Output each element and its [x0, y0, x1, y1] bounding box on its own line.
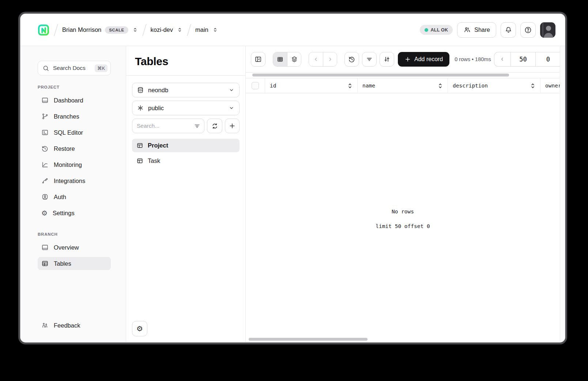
tables-panel: Tables neondb	[126, 46, 246, 342]
add-table-button[interactable]	[225, 119, 240, 133]
monitoring-icon	[41, 161, 49, 168]
sidebar-item-label: Restore	[54, 145, 75, 152]
redo-button[interactable]	[323, 52, 337, 66]
sidebar-item-label: Tables	[54, 260, 71, 267]
sidebar-item-monitoring[interactable]: Monitoring	[38, 158, 111, 171]
sidebar-item-branches[interactable]: Branches	[38, 110, 111, 123]
breadcrumb-branch[interactable]: main	[195, 26, 218, 33]
share-button[interactable]: Share	[457, 22, 496, 38]
column-header-owner[interactable]: owner	[540, 78, 560, 93]
empty-state: No rows limit 50 offset 0	[246, 93, 560, 337]
search-docs-label: Search Docs	[53, 65, 86, 71]
chevron-up-down-icon[interactable]	[177, 27, 183, 33]
neon-logo[interactable]	[37, 24, 50, 36]
table-item-project[interactable]: Project	[132, 139, 240, 152]
view-mode-toggle	[273, 52, 301, 67]
search-docs-input[interactable]: Search Docs ⌘K	[38, 61, 111, 75]
keyboard-shortcut-badge: ⌘K	[95, 64, 108, 72]
grid-header-row: id name	[246, 78, 560, 93]
column-header-id[interactable]: id	[265, 78, 358, 93]
status-badge[interactable]: ALL OK	[420, 25, 453, 35]
user-avatar[interactable]	[540, 22, 555, 38]
panel-settings-button[interactable]: ⚙	[132, 321, 147, 336]
breadcrumb-project[interactable]: kozi-dev	[151, 26, 183, 33]
add-record-button[interactable]: Add record	[398, 52, 449, 67]
layers-view-button[interactable]	[287, 52, 301, 66]
sidebar-item-settings[interactable]: ⚙ Settings	[38, 206, 111, 220]
breadcrumb-separator	[187, 24, 191, 36]
project-section-label: PROJECT	[38, 85, 126, 89]
vertical-scrollbar-track[interactable]	[560, 46, 565, 342]
table-icon	[136, 157, 143, 164]
column-header-description[interactable]: description	[448, 78, 540, 93]
refresh-button[interactable]	[207, 119, 222, 133]
notifications-button[interactable]	[501, 22, 516, 38]
column-label: name	[362, 83, 375, 89]
collapse-panel-button[interactable]	[251, 52, 265, 67]
schema-selected-value: public	[148, 105, 164, 112]
plus-icon	[229, 122, 236, 130]
sort-icon[interactable]	[347, 83, 353, 89]
schema-selector[interactable]: public	[132, 101, 240, 115]
horizontal-scrollbar-top	[246, 72, 560, 78]
table-icon	[136, 142, 143, 149]
feedback-icon	[41, 322, 49, 329]
empty-state-line2: limit 50 offset 0	[376, 223, 430, 229]
select-all-checkbox[interactable]	[252, 82, 259, 89]
gear-icon: ⚙	[41, 210, 48, 217]
sidebar-item-label: SQL Editor	[54, 129, 83, 136]
plan-badge: SCALE	[105, 26, 128, 34]
grid-view-icon	[276, 56, 284, 63]
integrations-icon	[41, 177, 49, 184]
table-list: Project Task	[126, 139, 245, 169]
desktop-background: Brian Morrison SCALE kozi-dev	[0, 0, 588, 381]
refresh-icon	[211, 123, 218, 130]
chevron-up-down-icon[interactable]	[132, 27, 138, 33]
filter-icon[interactable]	[193, 122, 201, 130]
scrollbar-thumb[interactable]	[252, 74, 509, 76]
chevron-up-down-icon[interactable]	[212, 27, 218, 33]
breadcrumb-org[interactable]: Brian Morrison SCALE	[62, 26, 138, 34]
status-label: ALL OK	[431, 27, 448, 33]
sidebar-item-auth[interactable]: Auth	[38, 190, 111, 203]
app-body: Search Docs ⌘K PROJECT Dashboard	[20, 46, 565, 342]
sidebar-item-tables[interactable]: Tables	[38, 257, 111, 270]
grid-view-button[interactable]	[273, 52, 287, 66]
branches-icon	[41, 113, 49, 120]
bell-icon	[505, 26, 512, 34]
breadcrumb-separator	[142, 24, 147, 36]
tables-panel-header: Tables	[126, 46, 245, 75]
page-offset-input[interactable]: 0	[535, 52, 560, 66]
sidebar-item-restore[interactable]: Restore	[38, 142, 111, 155]
sidebar-item-label: Feedback	[54, 322, 80, 329]
sidebar-item-integrations[interactable]: Integrations	[38, 174, 111, 187]
sidebar-item-feedback[interactable]: Feedback	[38, 319, 111, 332]
search-icon	[42, 65, 49, 72]
column-label: owner	[545, 83, 560, 89]
column-header-name[interactable]: name	[358, 78, 448, 93]
org-name: Brian Morrison	[62, 26, 101, 33]
help-button[interactable]	[520, 22, 536, 38]
tables-panel-controls: neondb	[126, 75, 245, 133]
sidebar: Search Docs ⌘K PROJECT Dashboard	[20, 46, 126, 342]
database-selector[interactable]: neondb	[132, 83, 240, 97]
sidebar-item-overview[interactable]: Overview	[38, 241, 111, 254]
history-button[interactable]	[344, 52, 359, 67]
undo-button[interactable]	[309, 52, 323, 66]
previous-page-button[interactable]	[494, 52, 510, 66]
data-view-content: Add record 0 rows • 180ms 50 0	[246, 46, 560, 342]
page-title: Tables	[135, 55, 237, 68]
page-size-input[interactable]: 50	[510, 52, 536, 66]
view-settings-button[interactable]	[380, 52, 394, 67]
sidebar-item-label: Branches	[54, 113, 79, 120]
neon-console-window: Brian Morrison SCALE kozi-dev	[20, 14, 565, 342]
scrollbar-thumb[interactable]	[249, 338, 368, 341]
sort-icon[interactable]	[438, 83, 443, 89]
sidebar-item-dashboard[interactable]: Dashboard	[38, 94, 111, 107]
empty-state-text: No rows limit 50 offset 0	[376, 201, 430, 230]
auth-icon	[41, 193, 49, 201]
filter-button[interactable]	[362, 52, 377, 67]
sort-icon[interactable]	[530, 83, 535, 89]
table-item-task[interactable]: Task	[132, 154, 240, 168]
sidebar-item-sql-editor[interactable]: SQL Editor	[38, 126, 111, 139]
